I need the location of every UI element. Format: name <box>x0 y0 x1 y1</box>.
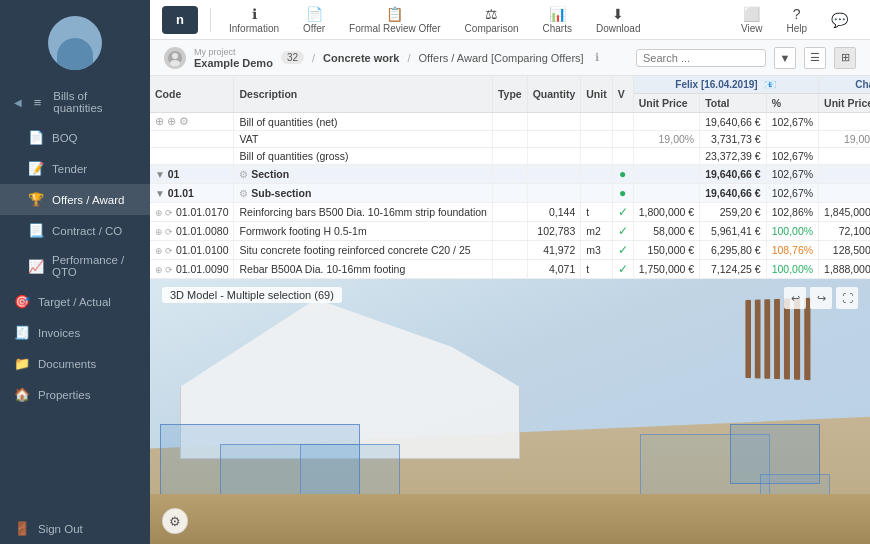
sidebar-item-target[interactable]: 🎯 Target / Actual <box>0 286 150 317</box>
toolbar-help[interactable]: ? Help <box>776 4 817 36</box>
cell-description: VAT <box>234 131 492 148</box>
toolbar-label: Charts <box>543 23 572 34</box>
my-project-label: My project <box>194 47 273 57</box>
settings-icon[interactable]: ⚙ <box>179 115 189 127</box>
sidebar-item-offers[interactable]: 🏆 Offers / Award <box>0 184 150 215</box>
cell-unit: t <box>581 260 612 279</box>
th-unit: Unit <box>581 76 612 113</box>
search-input[interactable] <box>636 49 766 67</box>
sidebar-item-label: Contract / CO <box>52 225 122 237</box>
cell-description: Reinforcing bars B500 Dia. 10-16mm strip… <box>234 203 492 222</box>
grid-view-btn[interactable]: ⊞ <box>834 47 856 69</box>
cell-unit <box>581 165 612 184</box>
expand-icon[interactable]: ⟳ <box>165 246 173 256</box>
table-area: Code Description Type Quantity Unit V Fe… <box>150 76 870 279</box>
cell-unit: m3 <box>581 241 612 260</box>
section-settings[interactable]: ⚙ <box>239 188 251 199</box>
cell-felix-pct: 108,76% <box>766 241 818 260</box>
add-icon[interactable]: ⊕ ⊕ <box>155 115 176 127</box>
cell-type <box>492 222 527 241</box>
beam <box>784 299 790 380</box>
cell-code <box>150 131 234 148</box>
toolbar-offer[interactable]: 📄 Offer <box>293 4 335 36</box>
cell-charlie-unit-price: 128,500 € <box>819 241 870 260</box>
check-icon: ✓ <box>618 224 628 238</box>
wood-beams <box>745 298 810 380</box>
chevron-left-icon: ◀ <box>14 97 22 108</box>
sidebar-item-performance[interactable]: 📈 Performance / QTO <box>0 246 150 286</box>
expand-icon[interactable]: ⟳ <box>165 227 173 237</box>
toolbar-message[interactable]: 💬 <box>821 10 858 30</box>
table-row: Bill of quantities (gross)23,372,39 €102… <box>150 148 870 165</box>
action-icon[interactable]: ⊕ <box>155 208 163 218</box>
expand-icon[interactable]: ⟳ <box>165 208 173 218</box>
sidebar-item-tender[interactable]: 📝 Tender <box>0 153 150 184</box>
cell-felix-total: 5,961,41 € <box>700 222 766 241</box>
toolbar-label: Help <box>786 23 807 34</box>
top-toolbar: n ℹ Information 📄 Offer 📋 Formal Review … <box>150 0 870 40</box>
sidebar-item-signout[interactable]: 🚪 Sign Out <box>0 513 150 544</box>
beam <box>764 299 770 379</box>
sidebar-item-label: Sign Out <box>38 523 83 535</box>
cell-felix-pct: 100,00% <box>766 260 818 279</box>
boq-icon: 📄 <box>28 130 44 145</box>
offers-icon: 🏆 <box>28 192 44 207</box>
fullscreen-btn[interactable]: ⛶ <box>836 287 858 309</box>
toolbar-charts[interactable]: 📊 Charts <box>533 4 582 36</box>
toolbar-information[interactable]: ℹ Information <box>219 4 289 36</box>
tender-icon: 📝 <box>28 161 44 176</box>
cell-unit <box>581 113 612 131</box>
sidebar-item-invoices[interactable]: 🧾 Invoices <box>0 317 150 348</box>
sidebar-item-contract[interactable]: 📃 Contract / CO <box>0 215 150 246</box>
th-charlie: Charlie [19.04.2019] 📧 <box>819 76 870 94</box>
list-view-btn[interactable]: ☰ <box>804 47 826 69</box>
toolbar-formal-review[interactable]: 📋 Formal Review Offer <box>339 4 451 36</box>
cell-quantity: 102,783 <box>527 222 581 241</box>
sidebar-item-properties[interactable]: 🏠 Properties <box>0 379 150 410</box>
cell-felix-pct: 102,67% <box>766 165 818 184</box>
documents-icon: 📁 <box>14 356 30 371</box>
cell-code <box>150 148 234 165</box>
sidebar-item-boq[interactable]: 📄 BOQ <box>0 122 150 153</box>
undo-btn[interactable]: ↩ <box>784 287 806 309</box>
sidebar-item-documents[interactable]: 📁 Documents <box>0 348 150 379</box>
cell-code: ⊕ ⊕ ⚙ <box>150 113 234 131</box>
action-icon[interactable]: ⊕ <box>155 265 163 275</box>
cell-felix-pct <box>766 131 818 148</box>
redo-btn[interactable]: ↪ <box>810 287 832 309</box>
settings-btn[interactable]: ⚙ <box>162 508 188 534</box>
cell-felix-pct: 102,67% <box>766 113 818 131</box>
cell-code: ⊕⟳ 01.01.0080 <box>150 222 234 241</box>
message-icon: 💬 <box>831 12 848 28</box>
cell-code: ⊕⟳ 01.01.0090 <box>150 260 234 279</box>
toolbar-view[interactable]: ⬜ View <box>731 4 773 36</box>
action-icon[interactable]: ⊕ <box>155 227 163 237</box>
sidebar-item-bills[interactable]: ◀ ≡ Bills of quantities <box>0 82 150 122</box>
breadcrumb-bar: My project Example Demo 32 / Concrete wo… <box>150 40 870 76</box>
cell-v <box>612 131 633 148</box>
action-icon[interactable]: ⊕ <box>155 246 163 256</box>
filter-btn[interactable]: ▼ <box>774 47 796 69</box>
cell-felix-unit-price: 58,000 € <box>633 222 699 241</box>
breadcrumb-sep1: / <box>312 52 315 64</box>
contractor2-name: Charlie [19.04.2019] <box>855 79 870 90</box>
sidebar-nav: ◀ ≡ Bills of quantities 📄 BOQ 📝 Tender 🏆… <box>0 82 150 544</box>
toolbar-comparison[interactable]: ⚖ Comparison <box>455 4 529 36</box>
section-settings[interactable]: ⚙ <box>239 169 251 180</box>
th-quantity: Quantity <box>527 76 581 113</box>
table-row: VAT19,00%3,731,73 €19,00%3,788,90 € <box>150 131 870 148</box>
check-icon: ✓ <box>618 262 628 276</box>
th-type: Type <box>492 76 527 113</box>
cell-charlie-unit-price: 1,888,000 € <box>819 260 870 279</box>
cell-felix-unit-price <box>633 113 699 131</box>
sidebar-item-label: Performance / QTO <box>52 254 136 278</box>
toolbar-download[interactable]: ⬇ Download <box>586 4 650 36</box>
collapse-icon[interactable]: ▼ <box>155 188 168 199</box>
project-name: Example Demo <box>194 57 273 69</box>
th-code: Code <box>150 76 234 113</box>
cell-code: ▼ 01 <box>150 165 234 184</box>
expand-icon[interactable]: ⟳ <box>165 265 173 275</box>
help-icon: ? <box>793 6 801 22</box>
collapse-icon[interactable]: ▼ <box>155 169 168 180</box>
th-felix-unit-price: Unit Price <box>633 94 699 113</box>
